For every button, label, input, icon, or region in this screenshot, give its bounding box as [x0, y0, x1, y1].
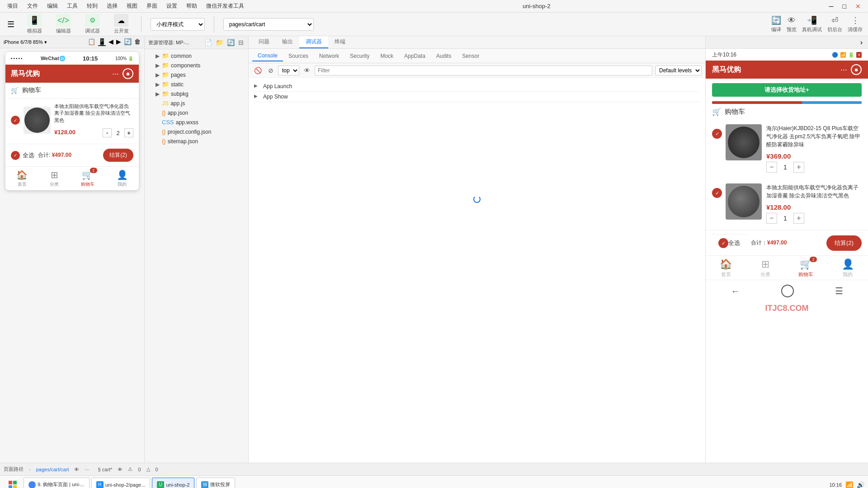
- tab-debugger[interactable]: 调试器: [299, 36, 328, 48]
- address-button[interactable]: 请选择收货地址+: [712, 83, 862, 97]
- menu-item-help[interactable]: 帮助: [183, 1, 201, 11]
- phone2-more-btn[interactable]: ···: [840, 65, 847, 75]
- menu-item-settings[interactable]: 设置: [163, 1, 181, 11]
- item-checkbox[interactable]: ✓: [11, 116, 20, 125]
- taskbar-item-screencast[interactable]: W 微软投屏: [196, 478, 235, 488]
- phone2-item2-decrease[interactable]: −: [766, 213, 777, 224]
- toggle-sidebar-icon[interactable]: ☰: [5, 18, 16, 31]
- phone2-back-button[interactable]: ←: [722, 284, 749, 298]
- cloud-button[interactable]: ☁ 云开发: [110, 14, 132, 34]
- menu-item-view[interactable]: 视图: [123, 1, 141, 11]
- menu-item-edit[interactable]: 编辑: [43, 1, 61, 11]
- start-button[interactable]: [4, 478, 22, 488]
- editor-button[interactable]: </> 编辑器: [52, 14, 74, 34]
- phone2-nav-category[interactable]: ⊞ 分类: [760, 258, 770, 278]
- menu-item-project[interactable]: 项目: [4, 1, 22, 11]
- menu-item-tools[interactable]: 工具: [63, 1, 81, 11]
- log-level-select[interactable]: Default levels: [655, 66, 702, 75]
- phone2-item1-checkbox[interactable]: ✓: [712, 129, 722, 139]
- taskbar-item-unishop[interactable]: U uni-shop-2: [152, 478, 194, 488]
- device-icon-forward[interactable]: ▶: [116, 38, 121, 46]
- tree-item-static[interactable]: ▶ 📁 static: [145, 80, 248, 89]
- select-all-checkbox[interactable]: ✓: [11, 151, 20, 160]
- console-filter-input[interactable]: [315, 66, 652, 75]
- phone2-record-btn[interactable]: ⏺: [851, 64, 862, 75]
- bottom-eye-icon[interactable]: 👁: [118, 467, 123, 472]
- menu-item-interface[interactable]: 界面: [143, 1, 161, 11]
- tree-item-components[interactable]: ▶ 📁 components: [145, 61, 248, 70]
- tree-item-pages[interactable]: ▶ 📁 pages: [145, 70, 248, 80]
- phone2-nav-cart[interactable]: 🛒 2 购物车: [798, 258, 813, 278]
- top-context-select[interactable]: top: [278, 66, 299, 75]
- collapse-tree-icon[interactable]: ⊟: [237, 38, 245, 47]
- nav-item-mine[interactable]: 👤 我的: [117, 169, 128, 188]
- menu-item-file[interactable]: 文件: [24, 1, 42, 11]
- preview-button[interactable]: 👁 预览: [787, 16, 797, 33]
- phone2-menu-button[interactable]: ☰: [826, 284, 852, 298]
- sub-tab-sources[interactable]: Sources: [283, 51, 314, 61]
- device-icon-back[interactable]: ◀: [108, 38, 113, 46]
- sub-tab-appdata[interactable]: AppData: [399, 51, 431, 61]
- tree-item-projectconfig[interactable]: ▶ {} project.config.json: [145, 127, 248, 136]
- clearcache-button[interactable]: ⋮ 清缓存: [848, 15, 863, 33]
- nav-item-cart[interactable]: 🛒 2 购物车: [81, 169, 94, 188]
- minimize-button[interactable]: ─: [826, 3, 837, 10]
- phone2-nav-home[interactable]: 🏠 首页: [720, 258, 732, 278]
- simulator-button[interactable]: 📱 模拟器: [24, 14, 45, 34]
- new-file-icon[interactable]: 📄: [203, 38, 213, 47]
- tree-item-sitemap[interactable]: ▶ {} sitemap.json: [145, 136, 248, 146]
- device-selector[interactable]: iPhone 6/7/8 85% ▾: [4, 39, 47, 45]
- bottom-path[interactable]: pages/cart/cart: [36, 467, 69, 472]
- console-filter-icon[interactable]: ⊘: [266, 66, 275, 75]
- nav-item-category[interactable]: ⊞ 分类: [50, 169, 59, 188]
- phone2-nav-mine[interactable]: 👤 我的: [842, 258, 854, 278]
- phone2-item2-checkbox[interactable]: ✓: [712, 188, 722, 198]
- tree-item-common[interactable]: ▶ 📁 common: [145, 51, 248, 61]
- tab-output[interactable]: 输出: [276, 36, 299, 48]
- increase-qty-button[interactable]: +: [124, 128, 133, 137]
- sub-tab-mock[interactable]: Mock: [375, 51, 399, 61]
- tray-volume-icon[interactable]: 🔊: [857, 481, 864, 488]
- phone-record-btn[interactable]: ⏺: [123, 68, 133, 79]
- phone2-home-button[interactable]: [781, 285, 794, 297]
- device-icon-refresh[interactable]: 🔄: [124, 38, 132, 46]
- device-icon-tablet[interactable]: 📋: [88, 38, 95, 46]
- phone2-select-all-checkbox[interactable]: ✓: [718, 238, 728, 248]
- console-eye-icon[interactable]: 👁: [302, 66, 312, 75]
- menu-item-select[interactable]: 选择: [103, 1, 121, 11]
- tray-network-icon[interactable]: 📶: [845, 481, 853, 488]
- taskbar-item-chrome[interactable]: 9. 购物车页面 | uni-...: [24, 478, 90, 488]
- mode-select[interactable]: 小程序模式: [151, 18, 205, 31]
- tab-problem[interactable]: 问题: [252, 36, 276, 48]
- nav-item-home[interactable]: 🏠 首页: [16, 169, 28, 188]
- cutback-button[interactable]: ⏎ 切后台: [827, 15, 842, 33]
- phone2-item1-increase[interactable]: +: [793, 162, 804, 173]
- new-folder-icon[interactable]: 📁: [215, 38, 224, 47]
- close-button[interactable]: ✕: [852, 3, 864, 10]
- decrease-qty-button[interactable]: -: [103, 128, 112, 137]
- console-entry-launch[interactable]: ▶ App Launch: [254, 81, 700, 92]
- path-select[interactable]: pages/cart/cart: [223, 18, 314, 31]
- realtest-button[interactable]: 📲 真机调试: [802, 15, 822, 33]
- sub-tab-sensor[interactable]: Sensor: [457, 51, 485, 61]
- panel-chevron-icon[interactable]: ›: [860, 38, 863, 47]
- tree-item-appjson[interactable]: ▶ {} app.json: [145, 108, 248, 117]
- device-icon-delete[interactable]: 🗑: [134, 38, 141, 46]
- compile-button[interactable]: 🔄 编译: [771, 15, 781, 33]
- tree-item-appjs[interactable]: ▶ JS app.js: [145, 99, 248, 108]
- tab-terminal[interactable]: 终端: [328, 36, 352, 48]
- sub-tab-security[interactable]: Security: [344, 51, 375, 61]
- bottom-preview-icon[interactable]: 👁: [74, 467, 79, 472]
- phone2-item2-increase[interactable]: +: [793, 213, 804, 224]
- console-entry-show[interactable]: ▶ App Show: [254, 92, 700, 102]
- tree-item-appwxss[interactable]: ▶ CSS app.wxss: [145, 117, 248, 127]
- phone-more-btn[interactable]: ···: [112, 69, 119, 79]
- menu-item-wechat[interactable]: 微信开发者工具: [203, 1, 248, 11]
- phone2-checkout-button[interactable]: 结算(2): [826, 235, 862, 251]
- maximize-button[interactable]: □: [839, 3, 850, 10]
- sub-tab-network[interactable]: Network: [314, 51, 344, 61]
- phone2-item1-decrease[interactable]: −: [766, 162, 777, 173]
- bottom-more-icon[interactable]: ···: [85, 467, 89, 472]
- debugger-button[interactable]: ⚙ 调试器: [81, 14, 103, 34]
- taskbar-item-editor[interactable]: H uni-shop-2/page...: [91, 478, 151, 488]
